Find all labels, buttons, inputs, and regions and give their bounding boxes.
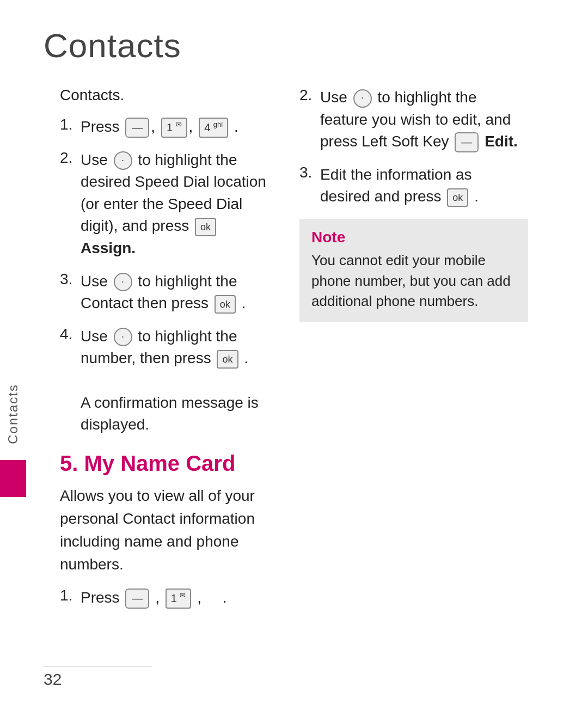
step-4-num: 4. bbox=[60, 326, 81, 343]
step-1: 1. Press ―, 1 ✉, 4 ghi . bbox=[60, 116, 267, 138]
confirmation-text: A confirmation message isdisplayed. bbox=[81, 394, 259, 433]
right-step-2-text: Use ⋅ to highlight the feature you wish … bbox=[320, 87, 518, 153]
step-5-1: 1. Press ― , 1 ✉ , . bbox=[60, 587, 267, 609]
note-box: Note You cannot edit your mobile phone n… bbox=[299, 219, 528, 322]
right-step-3-text: Edit the information as desired and pres… bbox=[320, 164, 479, 208]
right-step-3: 3. Edit the information as desired and p… bbox=[299, 164, 528, 208]
page-title: Contacts bbox=[0, 0, 588, 81]
ok-key-icon-2: ok bbox=[195, 218, 216, 236]
page-number: 32 bbox=[44, 670, 62, 689]
left-column: Contacts. 1. Press ―, 1 ✉, 4 ghi . 2. Us… bbox=[0, 81, 289, 620]
step-1-text: Press ―, 1 ✉, 4 ghi . bbox=[81, 116, 238, 138]
content-area: Contacts. 1. Press ―, 1 ✉, 4 ghi . 2. Us… bbox=[0, 81, 588, 620]
step-3: 3. Use ⋅ to highlight the Contact then p… bbox=[60, 271, 267, 315]
nav-icon-4: ⋅ bbox=[114, 328, 132, 346]
right-step-3-num: 3. bbox=[299, 164, 320, 181]
note-title: Note bbox=[311, 229, 516, 246]
ok-key-icon-3: ok bbox=[215, 295, 236, 314]
bottom-rule bbox=[44, 666, 152, 667]
right-step-2-num: 2. bbox=[299, 87, 320, 104]
key-1-icon-5: 1 ✉ bbox=[166, 588, 192, 609]
right-column: 2. Use ⋅ to highlight the feature you wi… bbox=[289, 81, 550, 620]
step-2: 2. Use ⋅ to highlight the desired Speed … bbox=[60, 149, 267, 260]
step-4: 4. Use ⋅ to highlight the number, then p… bbox=[60, 326, 267, 436]
step-2-text: Use ⋅ to highlight the desired Speed Dia… bbox=[81, 149, 267, 260]
right-step-2: 2. Use ⋅ to highlight the feature you wi… bbox=[299, 87, 528, 153]
nav-icon-r2: ⋅ bbox=[353, 89, 372, 108]
soft-key-icon: ― bbox=[125, 118, 149, 138]
step-4-text: Use ⋅ to highlight the number, then pres… bbox=[81, 326, 259, 436]
nav-icon-2: ⋅ bbox=[114, 151, 132, 170]
key-4-icon: 4 ghi bbox=[199, 118, 228, 138]
ok-key-icon-r3: ok bbox=[447, 188, 468, 207]
note-text: You cannot edit your mobile phone number… bbox=[311, 250, 516, 312]
sidebar-tab: Contacts bbox=[0, 370, 26, 457]
section-5-heading: 5. My Name Card bbox=[60, 451, 267, 476]
soft-key-icon-r2: ― bbox=[455, 132, 479, 152]
soft-key-icon-5: ― bbox=[125, 588, 149, 609]
step-5-1-num: 1. bbox=[60, 587, 81, 604]
step-1-num: 1. bbox=[60, 116, 81, 133]
step-3-text: Use ⋅ to highlight the Contact then pres… bbox=[81, 271, 246, 315]
sidebar-tab-label: Contacts bbox=[5, 384, 21, 444]
step-5-1-text: Press ― , 1 ✉ , . bbox=[81, 587, 227, 609]
nav-icon-3: ⋅ bbox=[114, 273, 132, 291]
step-2-num: 2. bbox=[60, 149, 81, 167]
sidebar-pink-bar bbox=[0, 460, 26, 497]
step-3-num: 3. bbox=[60, 271, 81, 288]
key-1-icon: 1 ✉ bbox=[161, 118, 187, 138]
ok-key-icon-4: ok bbox=[217, 350, 238, 369]
section-intro: Contacts. bbox=[60, 87, 267, 104]
section-5-body: Allows you to view all of your personal … bbox=[60, 485, 267, 576]
